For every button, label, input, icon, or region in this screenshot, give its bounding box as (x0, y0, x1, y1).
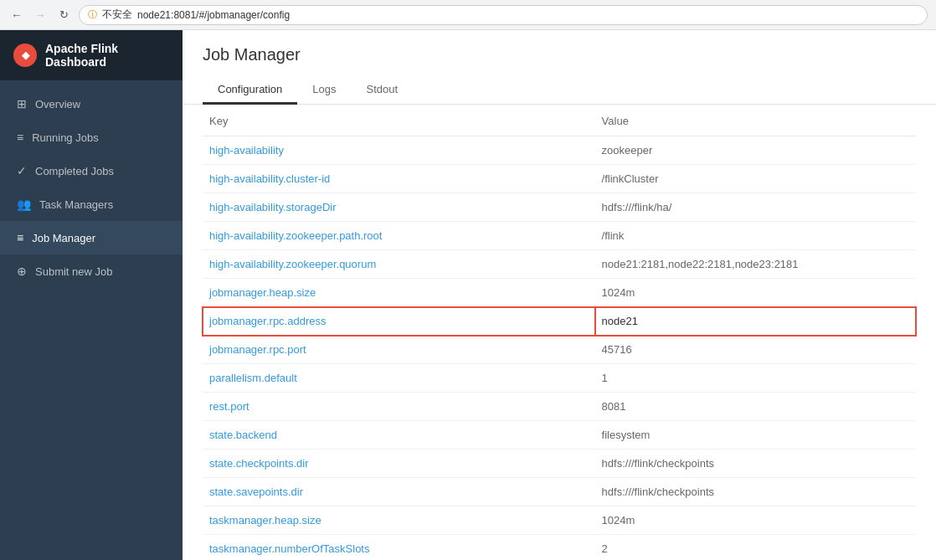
table-row: jobmanager.rpc.address node21 (203, 307, 916, 336)
col-key-header: Key (203, 105, 595, 136)
sidebar-logo: ◆ (13, 44, 37, 67)
table-row: state.checkpoints.dir hdfs:///flink/chec… (203, 450, 916, 478)
value-cell: zookeeper (595, 136, 916, 165)
value-cell: filesystem (595, 421, 916, 450)
page-header: Job Manager ConfigurationLogsStdout (183, 30, 936, 105)
sidebar: ◆ Apache Flink Dashboard ⊞Overview≡Runni… (0, 30, 183, 560)
nav-label-running-jobs: Running Jobs (32, 131, 99, 144)
table-row: taskmanager.numberOfTaskSlots 2 (203, 535, 916, 561)
key-cell: jobmanager.rpc.port (203, 336, 595, 364)
nav-icon-completed-jobs: ✓ (17, 164, 27, 177)
table-row: state.backend filesystem (203, 421, 916, 450)
key-cell: taskmanager.heap.size (203, 506, 595, 535)
reload-button[interactable]: ↻ (55, 7, 72, 23)
value-cell: 45716 (595, 336, 916, 364)
table-row: high-availability.cluster-id /flinkClust… (203, 165, 916, 193)
security-icon: ⓘ (88, 8, 97, 21)
browser-bar: ← → ↻ ⓘ 不安全 node21:8081/#/jobmanager/con… (0, 0, 936, 30)
sidebar-item-job-manager[interactable]: ≡Job Manager (0, 221, 183, 254)
table-row: high-availability.zookeeper.path.root /f… (203, 222, 916, 250)
sidebar-item-task-managers[interactable]: 👥Task Managers (0, 188, 183, 221)
page-title: Job Manager (203, 45, 916, 64)
nav-icon-task-managers: 👥 (17, 198, 31, 211)
table-row: taskmanager.heap.size 1024m (203, 506, 916, 535)
key-cell: rest.port (203, 393, 595, 421)
table-row: high-availability.zookeeper.quorum node2… (203, 250, 916, 279)
table-row: state.savepoints.dir hdfs:///flink/check… (203, 478, 916, 506)
config-table: Key Value high-availability zookeeper hi… (203, 105, 916, 560)
table-container: Key Value high-availability zookeeper hi… (183, 105, 936, 560)
sidebar-title: Apache Flink Dashboard (45, 42, 169, 69)
table-row: jobmanager.heap.size 1024m (203, 279, 916, 307)
key-cell: jobmanager.rpc.address (203, 307, 595, 336)
tab-stdout[interactable]: Stdout (352, 76, 414, 105)
key-cell: jobmanager.heap.size (203, 279, 595, 307)
value-cell: /flink (595, 222, 916, 250)
key-cell: high-availability.storageDir (203, 193, 595, 222)
value-cell: 1024m (595, 279, 916, 307)
key-cell: high-availability.zookeeper.path.root (203, 222, 595, 250)
tab-configuration[interactable]: Configuration (203, 76, 297, 105)
security-label: 不安全 (102, 8, 132, 22)
tab-logs[interactable]: Logs (297, 76, 351, 105)
value-cell: 2 (595, 535, 916, 561)
key-cell: state.savepoints.dir (203, 478, 595, 506)
url-text: node21:8081/#/jobmanager/config (137, 9, 290, 21)
sidebar-header: ◆ Apache Flink Dashboard (0, 30, 183, 80)
sidebar-item-running-jobs[interactable]: ≡Running Jobs (0, 121, 183, 154)
nav-label-overview: Overview (35, 98, 80, 110)
nav-label-completed-jobs: Completed Jobs (35, 165, 114, 177)
nav-label-task-managers: Task Managers (39, 198, 113, 211)
sidebar-item-overview[interactable]: ⊞Overview (0, 87, 183, 121)
nav-icon-job-manager: ≡ (17, 231, 23, 244)
table-row: jobmanager.rpc.port 45716 (203, 336, 916, 364)
logo-text: ◆ (22, 49, 29, 61)
value-cell: 1 (595, 364, 916, 393)
value-cell: hdfs:///flink/checkpoints (595, 478, 916, 506)
nav-icon-overview: ⊞ (17, 97, 27, 110)
value-cell: hdfs:///flink/ha/ (595, 193, 916, 222)
table-body: high-availability zookeeper high-availab… (203, 136, 916, 561)
forward-button[interactable]: → (32, 7, 49, 23)
table-row: rest.port 8081 (203, 393, 916, 421)
value-cell: 1024m (595, 506, 916, 535)
value-cell: hdfs:///flink/checkpoints (595, 450, 916, 478)
back-button[interactable]: ← (8, 7, 25, 23)
key-cell: taskmanager.numberOfTaskSlots (203, 535, 595, 561)
value-cell: 8081 (595, 393, 916, 421)
main-content: Job Manager ConfigurationLogsStdout Key … (183, 30, 936, 560)
app: ◆ Apache Flink Dashboard ⊞Overview≡Runni… (0, 30, 936, 560)
sidebar-item-submit-new-job[interactable]: ⊕Submit new Job (0, 254, 183, 288)
sidebar-nav: ⊞Overview≡Running Jobs✓Completed Jobs👥Ta… (0, 87, 183, 288)
value-cell: /flinkCluster (595, 165, 916, 193)
table-row: high-availability.storageDir hdfs:///fli… (203, 193, 916, 222)
key-cell: high-availability.cluster-id (203, 165, 595, 193)
nav-icon-submit-new-job: ⊕ (17, 265, 27, 278)
key-cell: parallelism.default (203, 364, 595, 393)
address-bar[interactable]: ⓘ 不安全 node21:8081/#/jobmanager/config (79, 5, 928, 25)
value-cell: node21 (595, 307, 916, 336)
value-cell: node21:2181,node22:2181,node23:2181 (595, 250, 916, 279)
key-cell: high-availability (203, 136, 595, 165)
nav-icon-running-jobs: ≡ (17, 131, 23, 144)
key-cell: high-availability.zookeeper.quorum (203, 250, 595, 279)
nav-label-job-manager: Job Manager (32, 232, 95, 244)
col-value-header: Value (595, 105, 916, 136)
table-row: parallelism.default 1 (203, 364, 916, 393)
sidebar-item-completed-jobs[interactable]: ✓Completed Jobs (0, 154, 183, 188)
nav-label-submit-new-job: Submit new Job (35, 265, 113, 278)
table-row: high-availability zookeeper (203, 136, 916, 165)
key-cell: state.backend (203, 421, 595, 450)
key-cell: state.checkpoints.dir (203, 450, 595, 478)
tabs: ConfigurationLogsStdout (203, 76, 916, 104)
